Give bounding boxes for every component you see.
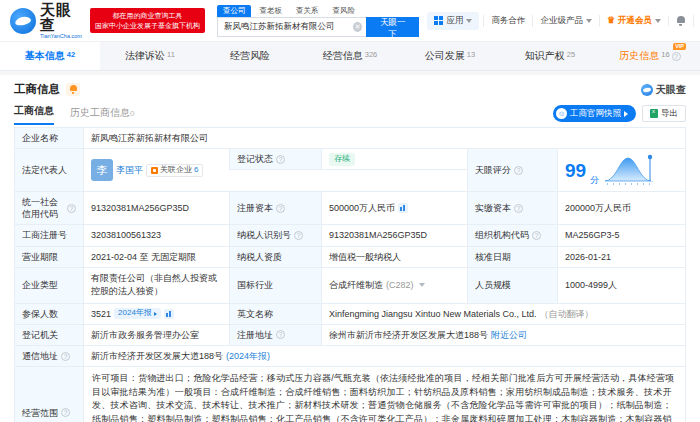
nav-open-vip[interactable]: ♛ 开通会员 (599, 15, 668, 27)
help-icon[interactable]: ? (276, 155, 285, 164)
table-row: 通信地址? 新沂市经济开发区发展大道188号 (2024年报) (15, 346, 685, 367)
company-type-label: 企业类型 (15, 268, 83, 303)
search-tab-boss[interactable]: 查老板 (253, 5, 288, 17)
help-icon[interactable]: ? (672, 52, 681, 61)
clear-icon[interactable]: ✕ (353, 22, 362, 32)
reg-no-label: 工商注册号 (15, 225, 83, 245)
nav-apps[interactable]: 应用 (427, 12, 479, 30)
registered-address-label: 注册地址? (229, 325, 321, 345)
taxpayer-quality-label: 纳税人资质 (229, 247, 321, 267)
approval-date-value: 2026-01-21 (557, 247, 685, 267)
registration-table: 企业名称 新凤鸣江苏新拓新材有限公司 法定代表人 李 李国平 关联企业 6 登记… (14, 127, 686, 422)
nearby-companies-link[interactable]: 附近公司 (491, 329, 527, 341)
legal-rep-value: 李 李国平 关联企业 6 (83, 149, 229, 191)
status-badge: 存续 (329, 153, 355, 166)
help-icon[interactable]: ? (276, 330, 285, 339)
help-icon[interactable]: ? (61, 352, 70, 361)
crown-icon: ♛ (607, 16, 615, 25)
uscc-value: 91320381MA256GP35D (83, 192, 229, 224)
industry-label: 国标行业 (229, 268, 321, 303)
capital-history-icon[interactable] (398, 203, 408, 213)
registration-authority-value: 新沂市政务服务管理办公室 (83, 325, 229, 345)
company-name-label: 企业名称 (15, 128, 83, 148)
staff-size-label: 人员规模 (467, 268, 557, 303)
reg-capital-value: 500000万人民币 (321, 192, 467, 224)
nav-user-menu[interactable]: 费米 (693, 15, 700, 27)
taxpayer-id-label: 纳税人识别号? (229, 225, 321, 245)
subscribe-bell-button[interactable] (66, 83, 80, 96)
tab-intellectual-property[interactable]: 知识产权25 (500, 42, 600, 70)
mail-address-value: 新沂市经济开发区发展大道188号 (2024年报) (83, 346, 685, 366)
table-row: 登记机关 新沂市政务服务管理办公室 注册地址? 徐州市新沂市经济开发区发展大道1… (15, 325, 685, 346)
insured-trend-icon[interactable] (164, 309, 174, 319)
arrow-right-icon (154, 312, 157, 316)
official-snapshot-button[interactable]: ☺ 工商官网快照 (553, 105, 636, 122)
score-value[interactable]: 99分 (557, 149, 685, 191)
paid-capital-value: 200000万人民币 (557, 192, 685, 224)
search-tab-risk[interactable]: 查风险 (326, 5, 361, 17)
chevron-down-icon (586, 19, 592, 23)
business-scope-value: 许可项目：货物进出口；危险化学品经营；移动式压力容器/气瓶充装（依法须经批准的项… (83, 367, 685, 422)
help-icon[interactable]: ? (67, 204, 76, 213)
logo-subtitle: TianYanCha.com (40, 34, 82, 40)
org-code-label: 组织机构代码? (467, 225, 557, 245)
table-row: 工商注册号 32038100561323 纳税人识别号? 91320381MA2… (15, 225, 685, 246)
search-input[interactable] (217, 17, 367, 37)
table-row: 营业期限 2021-02-04 至 无固定期限 纳税人资质 增值税一般纳税人 核… (15, 247, 685, 268)
export-button[interactable]: 导出 (642, 105, 686, 122)
legal-rep-label: 法定代表人 (15, 149, 83, 191)
insured-count-value: 3521 2024年报 (83, 304, 229, 324)
annual-report-link[interactable]: (2024年报) (226, 350, 270, 362)
help-icon[interactable]: ? (61, 408, 70, 417)
help-icon[interactable]: ? (514, 166, 523, 175)
score-label: 天眼评分? (467, 149, 557, 191)
search-tab-relation[interactable]: 查关系 (290, 5, 325, 17)
subtab-current-registration[interactable]: 工商信息 (14, 104, 54, 125)
tab-company-development[interactable]: 公司发展13 (400, 42, 500, 70)
business-term-value: 2021-02-04 至 无固定期限 (83, 247, 229, 267)
english-name-label: 英文名称 (229, 304, 321, 324)
table-row: 参保人数 3521 2024年报 英文名称 Xinfengming Jiangs… (15, 304, 685, 325)
person-icon: ☺ (556, 108, 567, 119)
tianyancha-logo[interactable]: 天眼查 TianYanCha.com (10, 2, 82, 40)
search-button[interactable]: 天眼一下 (366, 17, 419, 37)
registration-authority-label: 登记机关 (15, 325, 83, 345)
related-companies-icon (151, 167, 158, 174)
taxpayer-quality-value: 增值税一般纳税人 (321, 247, 467, 267)
apps-grid-icon (434, 16, 443, 25)
company-section-tabs: 基本信息42 法律诉讼11 经营风险 经营信息326 公司发展13 知识产权25… (0, 42, 700, 71)
related-companies-badge[interactable]: 关联企业 6 (146, 164, 203, 177)
help-icon[interactable]: ? (514, 204, 523, 213)
top-header: 天眼查 TianYanCha.com 都在用的商业查询工具 国家中小企业发展子基… (0, 0, 700, 42)
tab-operational-risk[interactable]: 经营风险 (200, 42, 300, 70)
nav-cooperation[interactable]: 商务合作 (483, 15, 532, 27)
tab-basic-info[interactable]: 基本信息42 (0, 42, 100, 70)
paid-capital-label: 实缴资本? (467, 192, 557, 224)
excel-icon (650, 109, 658, 118)
annual-report-tag[interactable]: 2024年报 (114, 308, 161, 319)
legal-rep-link[interactable]: 李国平 (116, 164, 143, 176)
registered-address-value: 徐州市新沂市经济开发区发展大道188号 附近公司 (321, 325, 685, 345)
reg-status-label: 登记状态? (229, 149, 321, 170)
help-icon[interactable]: ? (276, 204, 285, 213)
tab-history-info[interactable]: VIP 历史信息16 ? (600, 42, 700, 70)
chevron-down-icon[interactable] (419, 283, 425, 287)
vip-badge: VIP (673, 43, 686, 50)
legal-rep-avatar[interactable]: 李 (91, 159, 113, 181)
search-tab-company[interactable]: 查公司 (217, 5, 252, 17)
nav-enterprise-products[interactable]: 企业级产品 (532, 15, 599, 27)
table-row: 法定代表人 李 李国平 关联企业 6 登记状态? 存续 天眼评分? 99分 (15, 149, 685, 192)
staff-size-value: 1000-4999人 (557, 268, 685, 303)
tianyancha-logo-icon (10, 8, 36, 34)
tab-legal-proceedings[interactable]: 法律诉讼11 (100, 42, 200, 70)
tab-business-info[interactable]: 经营信息326 (300, 42, 400, 70)
mail-address-label: 通信地址? (15, 346, 83, 366)
search-area: 查公司 查老板 查关系 查风险 ✕ 天眼一下 (217, 4, 420, 37)
tianyancha-logo-icon (641, 84, 653, 96)
subtab-history-registration[interactable]: 历史工商信息0 (70, 106, 134, 125)
nav-notifications[interactable] (668, 16, 693, 26)
table-row: 经营范围? 许可项目：货物进出口；危险化学品经营；移动式压力容器/气瓶充装（依法… (15, 367, 685, 422)
chevron-down-icon (466, 19, 472, 23)
help-icon[interactable]: ? (532, 231, 541, 240)
help-icon[interactable]: ? (294, 231, 303, 240)
